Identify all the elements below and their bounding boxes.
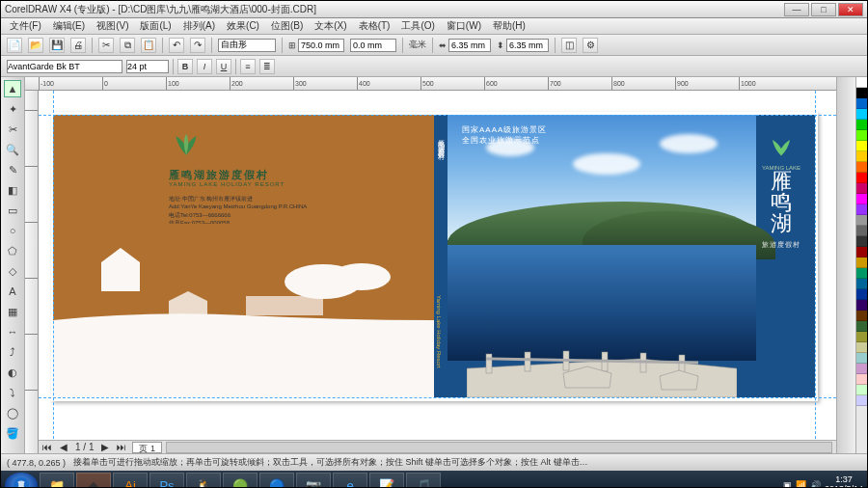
undo-icon[interactable]: ↶ [169, 38, 184, 53]
artwork-spread[interactable]: 雁鸣湖旅游度假村 YAMING LAKE HOLIDAY RESORT 地址:中… [53, 115, 815, 397]
page-tab[interactable]: 页 1 [132, 442, 162, 453]
task-app[interactable]: 🔵 [259, 473, 294, 488]
color-swatch[interactable] [856, 109, 868, 120]
color-swatch[interactable] [856, 374, 868, 385]
color-swatch[interactable] [856, 364, 868, 374]
align-center-icon[interactable]: ≣ [259, 59, 275, 74]
color-swatch[interactable] [856, 141, 868, 151]
table-tool[interactable]: ▦ [4, 303, 21, 320]
guide-line[interactable] [815, 91, 816, 453]
text-tool[interactable]: A [4, 283, 21, 300]
color-swatch[interactable] [856, 395, 868, 406]
task-ps[interactable]: Ps [149, 473, 184, 488]
options-icon[interactable]: ⚙ [583, 38, 598, 53]
basic-shapes-tool[interactable]: ◇ [4, 262, 21, 280]
outline-tool[interactable]: ◯ [4, 404, 21, 421]
color-swatch[interactable] [856, 385, 868, 395]
horizontal-ruler[interactable]: -200-10001002003004005006007008009001000 [25, 77, 836, 91]
color-swatch[interactable] [856, 204, 868, 215]
nudge-y-field[interactable] [506, 39, 549, 52]
underline-icon[interactable]: U [216, 59, 231, 74]
save-icon[interactable]: 💾 [49, 38, 65, 53]
pos-y-field[interactable] [350, 39, 396, 52]
ellipse-tool[interactable]: ○ [4, 222, 21, 239]
task-app[interactable]: 📝 [369, 473, 404, 488]
task-app[interactable]: 🎵 [406, 473, 441, 488]
color-swatch[interactable] [856, 120, 868, 130]
tray-clock[interactable]: 1:37 2013/5/14 [825, 475, 863, 488]
tray-vol-icon[interactable]: 🔊 [810, 480, 821, 488]
menu-file[interactable]: 文件(F) [5, 19, 46, 33]
crop-tool[interactable]: ✂ [4, 121, 21, 138]
shape-tool[interactable]: ✦ [4, 100, 21, 118]
task-ie[interactable]: e [333, 473, 367, 488]
menu-text[interactable]: 文本(X) [310, 19, 351, 33]
vertical-ruler[interactable] [25, 91, 39, 453]
start-button[interactable] [5, 473, 38, 488]
italic-icon[interactable]: I [197, 59, 212, 74]
snap-icon[interactable]: ◫ [561, 38, 577, 53]
color-swatch[interactable] [856, 98, 868, 109]
color-swatch[interactable] [856, 162, 868, 173]
menu-layout[interactable]: 版面(L) [135, 19, 176, 33]
menu-view[interactable]: 视图(V) [92, 19, 133, 33]
copy-icon[interactable]: ⧉ [120, 38, 135, 53]
smart-fill-tool[interactable]: ◧ [4, 181, 21, 199]
color-swatch[interactable] [856, 183, 868, 194]
color-swatch[interactable] [856, 173, 868, 183]
task-explorer[interactable]: 📁 [40, 473, 74, 488]
color-swatch[interactable] [856, 258, 868, 268]
guide-line[interactable] [39, 397, 836, 398]
color-swatch[interactable] [856, 151, 868, 162]
close-button[interactable]: ✕ [838, 3, 863, 16]
page-arrow-prev[interactable]: ◀ [56, 442, 71, 452]
page-arrow-next[interactable]: ▶ [97, 442, 113, 452]
polygon-tool[interactable]: ⬠ [4, 242, 21, 259]
color-swatch[interactable] [856, 130, 868, 141]
guide-line[interactable] [53, 91, 54, 453]
menu-table[interactable]: 表格(T) [354, 19, 395, 33]
maximize-button[interactable]: □ [811, 3, 836, 16]
print-icon[interactable]: 🖨 [70, 38, 86, 53]
color-swatch[interactable] [856, 332, 868, 342]
color-swatch[interactable] [856, 311, 868, 321]
color-swatch[interactable] [856, 268, 868, 279]
page-arrow-last[interactable]: ⏭ [113, 442, 130, 452]
nudge-x-field[interactable] [448, 39, 491, 52]
canvas[interactable]: 雁鸣湖旅游度假村 YAMING LAKE HOLIDAY RESORT 地址:中… [39, 91, 836, 453]
menu-help[interactable]: 帮助(H) [488, 19, 530, 33]
color-swatch[interactable] [856, 321, 868, 332]
menu-arrange[interactable]: 排列(A) [178, 19, 220, 33]
pos-x-field[interactable] [298, 39, 344, 52]
color-swatch[interactable] [856, 247, 868, 258]
menu-bitmap[interactable]: 位图(B) [266, 19, 308, 33]
pick-tool[interactable]: ▲ [4, 80, 21, 97]
task-ai[interactable]: Ai [113, 473, 148, 488]
freehand-tool[interactable]: ✎ [4, 161, 21, 178]
menu-tools[interactable]: 工具(O) [396, 19, 439, 33]
minimize-button[interactable]: — [784, 3, 809, 16]
task-qq[interactable]: 🐧 [186, 473, 221, 488]
align-left-icon[interactable]: ≡ [240, 59, 256, 74]
tray-lang-icon[interactable]: ▣ [783, 480, 792, 488]
menu-window[interactable]: 窗口(W) [442, 19, 486, 33]
menu-effects[interactable]: 效果(C) [222, 19, 264, 33]
horizontal-scrollbar[interactable] [166, 442, 832, 453]
tray-net-icon[interactable]: 📶 [796, 480, 806, 488]
page-arrow-first[interactable]: ⏮ [39, 442, 56, 452]
system-tray[interactable]: ▣ 📶 🔊 1:37 2013/5/14 [783, 475, 863, 488]
task-app[interactable]: 🟢 [223, 473, 258, 488]
color-swatch[interactable] [856, 88, 868, 98]
zoom-tool[interactable]: 🔍 [4, 141, 21, 158]
task-app[interactable]: 📷 [296, 473, 331, 488]
fill-tool[interactable]: 🪣 [4, 424, 21, 442]
connector-tool[interactable]: ⤴ [4, 343, 21, 361]
menu-edit[interactable]: 编辑(E) [48, 19, 90, 33]
font-size-field[interactable] [126, 60, 169, 73]
color-swatch[interactable] [856, 215, 868, 226]
eyedropper-tool[interactable]: ⤵ [4, 384, 21, 401]
dimension-tool[interactable]: ↔ [4, 323, 21, 340]
task-cdr[interactable]: ◆ [76, 473, 111, 488]
color-swatch[interactable] [856, 300, 868, 311]
open-icon[interactable]: 📂 [28, 38, 43, 53]
